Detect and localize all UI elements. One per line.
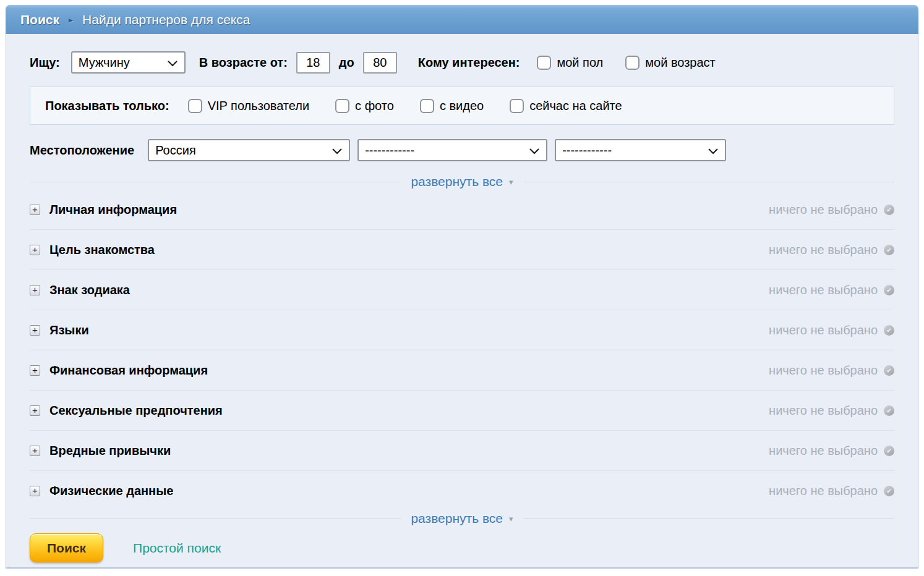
- location-label: Местоположение: [30, 143, 134, 158]
- section-status: ничего не выбрано✔: [769, 363, 894, 378]
- section-physical-data[interactable]: + Физические данные ничего не выбрано✔: [30, 471, 894, 511]
- check-circle-icon: ✔: [884, 245, 894, 255]
- with-photo-checkbox-option[interactable]: с фото: [335, 99, 394, 113]
- age-from-input[interactable]: [296, 52, 330, 74]
- expand-plus-icon[interactable]: +: [30, 285, 40, 295]
- my-gender-checkbox-option[interactable]: мой пол: [537, 56, 603, 70]
- online-now-checkbox-label: сейчас на сайте: [529, 99, 622, 113]
- search-form-panel: Ищу: Мужчину В возрасте от: до Кому инте…: [6, 34, 918, 569]
- section-dating-goal[interactable]: + Цель знакомства ничего не выбрано✔: [30, 230, 894, 270]
- section-bad-habits[interactable]: + Вредные привычки ничего не выбрано✔: [30, 431, 894, 471]
- triangle-down-icon: ▾: [509, 514, 513, 523]
- filter-sections: + Личная информация ничего не выбрано✔ +…: [30, 190, 894, 511]
- vip-users-checkbox-option[interactable]: VIP пользователи: [188, 99, 309, 113]
- check-circle-icon: ✔: [884, 446, 894, 456]
- section-status: ничего не выбрано✔: [769, 283, 894, 297]
- vip-users-checkbox[interactable]: [188, 99, 202, 113]
- breadcrumb-arrow-icon: ▸: [69, 15, 73, 25]
- section-title: Финансовая информация: [49, 363, 208, 378]
- online-now-checkbox[interactable]: [510, 99, 524, 113]
- section-personal-info[interactable]: + Личная информация ничего не выбрано✔: [30, 190, 894, 230]
- with-photo-checkbox[interactable]: [335, 99, 349, 113]
- my-age-checkbox[interactable]: [625, 56, 640, 70]
- show-only-label: Показывать только:: [45, 99, 169, 113]
- expand-plus-icon[interactable]: +: [30, 325, 40, 336]
- seeking-label: Ищу:: [30, 56, 60, 70]
- breadcrumb-bar: Поиск ▸ Найди партнеров для секса: [6, 5, 918, 34]
- section-status: ничего не выбрано✔: [769, 323, 894, 337]
- online-now-checkbox-option[interactable]: сейчас на сайте: [510, 99, 622, 113]
- section-title: Знак зодиака: [49, 283, 130, 297]
- expand-all-link-bottom[interactable]: развернуть все: [411, 511, 503, 526]
- section-status: ничего не выбрано✔: [769, 444, 894, 458]
- city-select[interactable]: ------------: [555, 139, 726, 161]
- city-select-control[interactable]: ------------: [556, 140, 725, 160]
- check-circle-icon: ✔: [884, 205, 894, 215]
- show-only-box: Показывать только: VIP пользователи с фо…: [30, 87, 894, 125]
- page: Поиск ▸ Найди партнеров для секса Ищу: М…: [0, 0, 924, 569]
- expand-all-link-top[interactable]: развернуть все: [411, 174, 503, 189]
- check-circle-icon: ✔: [884, 405, 894, 416]
- expand-plus-icon[interactable]: +: [30, 245, 40, 255]
- section-languages[interactable]: + Языки ничего не выбрано✔: [30, 310, 894, 350]
- check-circle-icon: ✔: [884, 486, 894, 496]
- with-video-checkbox-label: с видео: [440, 99, 484, 113]
- check-circle-icon: ✔: [884, 365, 894, 376]
- vip-users-checkbox-label: VIP пользователи: [208, 99, 309, 113]
- section-status: ничего не выбрано✔: [769, 404, 894, 418]
- check-circle-icon: ✔: [884, 325, 894, 336]
- search-button[interactable]: Поиск: [30, 533, 103, 562]
- expand-plus-icon[interactable]: +: [30, 365, 40, 376]
- section-status: ничего не выбрано✔: [769, 484, 894, 498]
- seeking-select[interactable]: Мужчину: [71, 51, 186, 74]
- section-title: Физические данные: [49, 484, 173, 498]
- expand-plus-icon[interactable]: +: [30, 205, 40, 215]
- seeking-select-control[interactable]: Мужчину: [72, 53, 184, 72]
- my-gender-checkbox[interactable]: [537, 56, 551, 70]
- expand-all-row-top: развернуть все ▾: [30, 174, 894, 190]
- check-circle-icon: ✔: [884, 285, 894, 295]
- age-from-label: В возрасте от:: [199, 56, 288, 70]
- section-sexual-preferences[interactable]: + Сексуальные предпочтения ничего не выб…: [30, 391, 894, 431]
- expand-plus-icon[interactable]: +: [30, 405, 40, 416]
- region-select[interactable]: ------------: [357, 139, 547, 161]
- my-age-checkbox-option[interactable]: мой возраст: [625, 56, 715, 70]
- interested-in-label: Кому интересен:: [418, 56, 520, 70]
- actions-row: Поиск Простой поиск: [30, 533, 894, 562]
- expand-all-row-bottom: развернуть все ▾: [30, 511, 894, 526]
- section-status: ничего не выбрано✔: [769, 203, 894, 217]
- section-title: Цель знакомства: [49, 243, 155, 257]
- country-select-control[interactable]: Россия: [149, 140, 349, 160]
- divider-line: [523, 182, 894, 182]
- simple-search-link[interactable]: Простой поиск: [133, 541, 221, 556]
- expand-plus-icon[interactable]: +: [30, 486, 40, 496]
- section-zodiac-sign[interactable]: + Знак зодиака ничего не выбрано✔: [30, 270, 894, 310]
- page-title: Найди партнеров для секса: [82, 12, 250, 27]
- country-select[interactable]: Россия: [148, 139, 350, 161]
- primary-filters-row: Ищу: Мужчину В возрасте от: до Кому инте…: [30, 51, 894, 74]
- with-video-checkbox[interactable]: [420, 99, 434, 113]
- age-to-label: до: [339, 56, 354, 70]
- region-select-control[interactable]: ------------: [359, 140, 546, 160]
- triangle-down-icon: ▾: [509, 177, 513, 187]
- divider-line: [523, 519, 894, 519]
- section-title: Сексуальные предпочтения: [49, 404, 223, 418]
- age-to-input[interactable]: [363, 52, 397, 74]
- section-title: Языки: [49, 323, 89, 337]
- my-age-checkbox-label: мой возраст: [645, 56, 715, 70]
- section-title: Личная информация: [49, 203, 177, 217]
- divider-line: [30, 519, 401, 519]
- with-video-checkbox-option[interactable]: с видео: [420, 99, 484, 113]
- section-financial-info[interactable]: + Финансовая информация ничего не выбран…: [30, 350, 894, 391]
- breadcrumb-search-link[interactable]: Поиск: [20, 12, 59, 27]
- expand-plus-icon[interactable]: +: [30, 446, 40, 456]
- my-gender-checkbox-label: мой пол: [557, 56, 603, 70]
- location-row: Местоположение Россия ------------ -----…: [30, 139, 894, 161]
- divider-line: [30, 182, 401, 182]
- with-photo-checkbox-label: с фото: [355, 99, 394, 113]
- section-status: ничего не выбрано✔: [769, 243, 894, 257]
- section-title: Вредные привычки: [49, 444, 171, 458]
